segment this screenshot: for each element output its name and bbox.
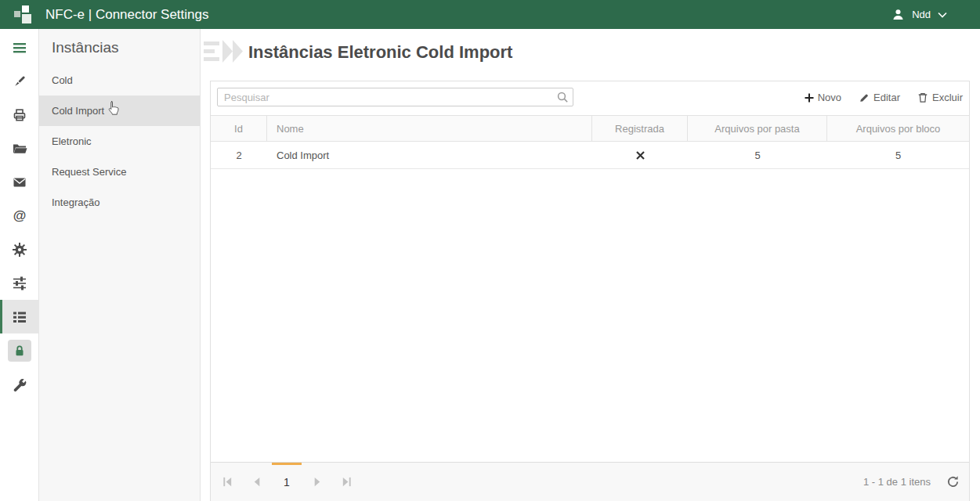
grid-actions: Novo Editar Excluir bbox=[805, 92, 963, 103]
first-page-icon bbox=[222, 476, 233, 488]
ndd-logo-icon bbox=[13, 4, 34, 26]
sidebar-title: Instâncias bbox=[52, 37, 200, 59]
user-name: Ndd bbox=[912, 9, 931, 20]
rail-item-menu[interactable] bbox=[0, 31, 39, 64]
sidebar-item-label: Request Service bbox=[52, 166, 126, 178]
rail-item-tools[interactable] bbox=[0, 367, 39, 401]
table-header-row: Id Nome Registrada Arquivos por pasta Ar… bbox=[211, 115, 969, 142]
folder-open-icon bbox=[12, 141, 27, 157]
plus-icon bbox=[805, 93, 814, 103]
grid-empty-area bbox=[211, 169, 969, 462]
edit-button[interactable]: Editar bbox=[859, 92, 900, 103]
rail-item-instances[interactable] bbox=[0, 300, 39, 333]
sidebar-item-label: Integração bbox=[52, 196, 99, 208]
edit-icon bbox=[859, 92, 870, 103]
rail-item-printer[interactable] bbox=[0, 98, 39, 132]
rail-item-brush[interactable] bbox=[0, 64, 39, 98]
prev-page-icon bbox=[251, 476, 263, 488]
rail-item-security[interactable] bbox=[0, 333, 39, 367]
lock-icon bbox=[13, 344, 27, 358]
user-icon bbox=[891, 8, 905, 21]
column-header-arquivos-por-bloco[interactable]: Arquivos por bloco bbox=[827, 116, 969, 141]
sidebar-list: Cold Cold Import Eletronic Request Servi… bbox=[39, 65, 200, 218]
search-input[interactable] bbox=[217, 88, 573, 106]
icon-rail: @ bbox=[0, 29, 39, 501]
cell-registrada bbox=[592, 151, 688, 160]
cell-arquivos-por-pasta: 5 bbox=[688, 150, 827, 161]
sidebar-item-cold[interactable]: Cold bbox=[39, 65, 200, 96]
data-grid: Novo Editar Excluir bbox=[210, 81, 970, 501]
sidebar-item-eletronic[interactable]: Eletronic bbox=[39, 126, 200, 157]
cell-id: 2 bbox=[211, 150, 267, 161]
sidebar: Instâncias Cold Cold Import Eletronic Re… bbox=[39, 29, 201, 501]
sidebar-item-request-service[interactable]: Request Service bbox=[39, 157, 200, 187]
pager-last-button[interactable] bbox=[331, 463, 361, 501]
rail-item-tune[interactable] bbox=[0, 266, 39, 300]
new-button[interactable]: Novo bbox=[805, 92, 841, 103]
printer-icon bbox=[12, 107, 27, 123]
sidebar-item-label: Cold Import bbox=[52, 105, 104, 117]
column-header-id[interactable]: Id bbox=[211, 116, 267, 141]
rail-item-settings[interactable] bbox=[0, 232, 39, 266]
chevron-down-icon bbox=[938, 12, 947, 18]
sidebar-item-integracao[interactable]: Integração bbox=[39, 187, 200, 218]
rail-item-folder[interactable] bbox=[0, 132, 39, 165]
new-button-label: Novo bbox=[818, 92, 841, 103]
edit-button-label: Editar bbox=[873, 92, 900, 103]
menu-icon bbox=[12, 40, 27, 56]
delete-button-label: Excluir bbox=[932, 92, 963, 103]
column-header-nome[interactable]: Nome bbox=[267, 116, 592, 141]
cell-nome: Cold Import bbox=[267, 150, 592, 161]
instances-header-icon bbox=[202, 35, 244, 71]
list-icon bbox=[12, 309, 27, 325]
pager-next-button[interactable] bbox=[302, 463, 331, 501]
topbar: NFC-e | Connector Settings Ndd bbox=[0, 0, 980, 29]
pager: 1 1 - 1 de 1 itens bbox=[211, 462, 969, 501]
app-title: NFC-e | Connector Settings bbox=[45, 7, 209, 23]
svg-text:@: @ bbox=[13, 208, 27, 223]
sidebar-item-label: Cold bbox=[52, 74, 73, 86]
main-content: Instâncias Eletronic Cold Import Novo bbox=[201, 29, 980, 501]
mail-icon bbox=[12, 175, 27, 190]
last-page-icon bbox=[341, 476, 353, 488]
gear-icon bbox=[12, 242, 27, 258]
pager-first-button[interactable] bbox=[212, 463, 242, 501]
sidebar-item-cold-import[interactable]: Cold Import bbox=[39, 96, 200, 126]
sliders-icon bbox=[12, 276, 27, 291]
search-icon[interactable] bbox=[556, 91, 569, 103]
brush-icon bbox=[12, 74, 27, 89]
rail-item-mail[interactable] bbox=[0, 165, 39, 199]
lock-badge bbox=[8, 340, 31, 362]
cell-arquivos-por-bloco: 5 bbox=[827, 150, 969, 161]
x-mark-icon bbox=[636, 151, 645, 160]
pager-info: 1 - 1 de 1 itens bbox=[863, 476, 931, 488]
next-page-icon bbox=[311, 476, 323, 488]
user-menu[interactable]: Ndd bbox=[891, 8, 947, 21]
table-row[interactable]: 2 Cold Import 5 5 bbox=[211, 142, 969, 169]
delete-button[interactable]: Excluir bbox=[917, 92, 963, 103]
page-title: Instâncias Eletronic Cold Import bbox=[248, 42, 512, 63]
at-icon: @ bbox=[12, 208, 27, 224]
sidebar-item-label: Eletronic bbox=[52, 135, 92, 147]
trash-icon bbox=[917, 92, 928, 103]
column-header-arquivos-por-pasta[interactable]: Arquivos por pasta bbox=[688, 116, 827, 141]
pager-prev-button[interactable] bbox=[242, 463, 272, 501]
rail-item-at[interactable]: @ bbox=[0, 199, 39, 232]
grid-toolbar: Novo Editar Excluir bbox=[211, 81, 969, 115]
column-header-registrada[interactable]: Registrada bbox=[592, 116, 688, 141]
refresh-icon bbox=[946, 475, 960, 488]
refresh-button[interactable] bbox=[946, 475, 960, 488]
wrench-icon bbox=[12, 377, 27, 392]
pager-page-1[interactable]: 1 bbox=[272, 463, 302, 501]
